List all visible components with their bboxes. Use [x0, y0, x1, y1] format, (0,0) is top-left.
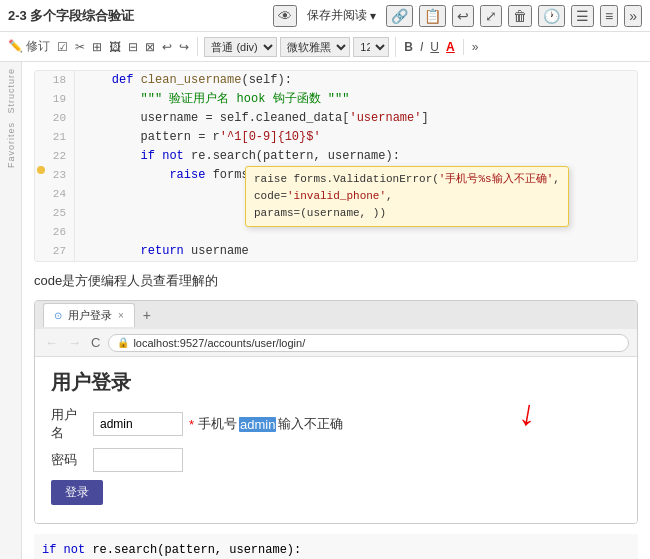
- tab-icon: ⊙: [54, 310, 62, 321]
- code-line-20: 20 username = self.cleaned_data['usernam…: [35, 109, 637, 128]
- main-content: Structure Favorites 18 def clean_usernam…: [0, 62, 650, 559]
- popup-line-1: raise forms.ValidationError('手机号%s输入不正确'…: [254, 171, 560, 188]
- code-line-22: 22 if not re.search(pattern, username):: [35, 147, 637, 166]
- password-label: 密码: [51, 451, 87, 469]
- code-line-21: 21 pattern = r'^1[0-9]{10}$': [35, 128, 637, 147]
- code-text-19: """ 验证用户名 hook 钩子函数 """: [83, 90, 637, 109]
- error-username-highlight: admin: [239, 417, 276, 432]
- code-text-22: if not re.search(pattern, username):: [83, 147, 637, 166]
- more-icon[interactable]: »: [624, 5, 642, 27]
- top-icons: 👁 保存并阅读 ▾ 🔗 📋 ↩ ⤢ 🗑 🕐 ☰ ≡ »: [273, 5, 642, 27]
- refresh-button[interactable]: C: [89, 335, 102, 350]
- reply-icon[interactable]: ↩: [452, 5, 474, 27]
- save-read-button[interactable]: 保存并阅读 ▾: [303, 5, 380, 26]
- warning-dot: [37, 166, 45, 174]
- text-style-group: B I U A: [402, 39, 463, 55]
- line-num-27: 27: [47, 242, 75, 261]
- edit-button[interactable]: ✏️ 修订: [6, 37, 52, 56]
- undo-icon[interactable]: ↩: [160, 39, 174, 55]
- browser-body: ↓ 用户登录 用户名 * 手机号admin输入不正确 密码 登录: [35, 357, 637, 523]
- line-num-20: 20: [47, 109, 75, 128]
- error-suffix: 输入不正确: [278, 415, 343, 433]
- password-row: 密码: [51, 448, 621, 472]
- content-area[interactable]: 18 def clean_username(self): 19 """ 验证用户…: [22, 62, 650, 559]
- font-color-button[interactable]: A: [444, 39, 457, 55]
- line-num-22: 22: [47, 147, 75, 166]
- bottom-code-block: if not re.search(pattern, username): rai…: [34, 534, 638, 559]
- tb2-icon5[interactable]: ⊟: [126, 39, 140, 55]
- url-text: localhost:9527/accounts/user/login/: [133, 337, 305, 349]
- line-num-24: 24: [47, 185, 75, 204]
- password-input[interactable]: [93, 448, 183, 472]
- line-num-21: 21: [47, 128, 75, 147]
- expand-icon[interactable]: ⤢: [480, 5, 502, 27]
- code-line-27: 27 return username: [35, 242, 637, 261]
- line-num-18: 18: [47, 71, 75, 90]
- error-message: * 手机号admin输入不正确: [189, 415, 343, 433]
- tab-close-button[interactable]: ×: [118, 310, 124, 321]
- code-text-21: pattern = r'^1[0-9]{10}$': [83, 128, 637, 147]
- paragraph-style-select[interactable]: 普通 (div): [204, 37, 277, 57]
- italic-button[interactable]: I: [418, 39, 425, 55]
- login-button[interactable]: 登录: [51, 480, 103, 505]
- lock-icon: 🔒: [117, 337, 129, 348]
- popup-line-2: code='invalid_phone',: [254, 188, 560, 205]
- edit-icon: ✏️: [8, 39, 23, 53]
- new-tab-button[interactable]: +: [139, 307, 155, 323]
- code-text-18: def clean_username(self):: [83, 71, 637, 90]
- code-text-20: username = self.cleaned_data['username']: [83, 109, 637, 128]
- tb2-icon6[interactable]: ⊠: [143, 39, 157, 55]
- page-title: 2-3 多个字段综合验证: [8, 7, 134, 25]
- browser-mockup: ⊙ 用户登录 × + ← → C 🔒 localhost:9527/accoun…: [34, 300, 638, 524]
- edit-group: ✏️ 修订 ☑ ✂ ⊞ 🖼 ⊟ ⊠ ↩ ↪: [6, 37, 198, 56]
- line-num-26: 26: [47, 223, 75, 242]
- code-text-27: return username: [83, 242, 637, 261]
- asterisk-mark: *: [189, 417, 194, 432]
- font-select[interactable]: 微软雅黑: [280, 37, 350, 57]
- font-size-select[interactable]: 12: [353, 37, 389, 57]
- browser-tab-login[interactable]: ⊙ 用户登录 ×: [43, 303, 135, 327]
- underline-button[interactable]: U: [428, 39, 441, 55]
- code-line-19: 19 """ 验证用户名 hook 钩子函数 """: [35, 90, 637, 109]
- bold-button[interactable]: B: [402, 39, 415, 55]
- line-indicator-23: [35, 166, 47, 174]
- forward-button[interactable]: →: [66, 335, 83, 350]
- link-icon[interactable]: 🔗: [386, 5, 413, 27]
- tb2-icon4[interactable]: 🖼: [107, 39, 123, 55]
- history-icon[interactable]: 🕐: [538, 5, 565, 27]
- bottom-code-line-1: if not re.search(pattern, username):: [42, 540, 630, 559]
- line-num-23: 23: [47, 166, 75, 185]
- username-input[interactable]: [93, 412, 183, 436]
- popup-line-3: params=(username, )): [254, 205, 560, 222]
- validation-popup: raise forms.ValidationError('手机号%s输入不正确'…: [245, 166, 569, 227]
- code-line-18: 18 def clean_username(self):: [35, 71, 637, 90]
- error-prefix: 手机号: [198, 415, 237, 433]
- tab-label: 用户登录: [68, 308, 112, 323]
- code-line-23: 23 raise forms.ValidationError('手机号%s输入不…: [35, 166, 637, 185]
- top-toolbar: 2-3 多个字段综合验证 👁 保存并阅读 ▾ 🔗 📋 ↩ ⤢ 🗑 🕐 ☰ ≡ »: [0, 0, 650, 32]
- tb2-icon2[interactable]: ✂: [73, 39, 87, 55]
- tb2-icon3[interactable]: ⊞: [90, 39, 104, 55]
- list-icon[interactable]: ≡: [600, 5, 618, 27]
- code-block: 18 def clean_username(self): 19 """ 验证用户…: [34, 70, 638, 262]
- browser-tab-bar: ⊙ 用户登录 × +: [35, 301, 637, 329]
- line-num-19: 19: [47, 90, 75, 109]
- more-format-button[interactable]: »: [470, 39, 481, 55]
- address-bar[interactable]: 🔒 localhost:9527/accounts/user/login/: [108, 334, 629, 352]
- eye-icon[interactable]: 👁: [273, 5, 297, 27]
- description-text: code是方便编程人员查看理解的: [34, 272, 638, 290]
- left-sidebar: Structure Favorites: [0, 62, 22, 559]
- trash-icon[interactable]: 🗑: [508, 5, 532, 27]
- chevron-down-icon: ▾: [370, 9, 376, 23]
- copy-icon[interactable]: 📋: [419, 5, 446, 27]
- structure-label: Structure: [6, 68, 16, 114]
- line-num-25: 25: [47, 204, 75, 223]
- browser-nav: ← → C 🔒 localhost:9527/accounts/user/log…: [35, 329, 637, 357]
- username-label: 用户名: [51, 406, 87, 442]
- tb2-icon1[interactable]: ☑: [55, 39, 70, 55]
- redo-icon[interactable]: ↪: [177, 39, 191, 55]
- favorites-label: Favorites: [6, 122, 16, 168]
- settings-icon[interactable]: ☰: [571, 5, 594, 27]
- back-button[interactable]: ←: [43, 335, 60, 350]
- browser-page-title: 用户登录: [51, 369, 621, 396]
